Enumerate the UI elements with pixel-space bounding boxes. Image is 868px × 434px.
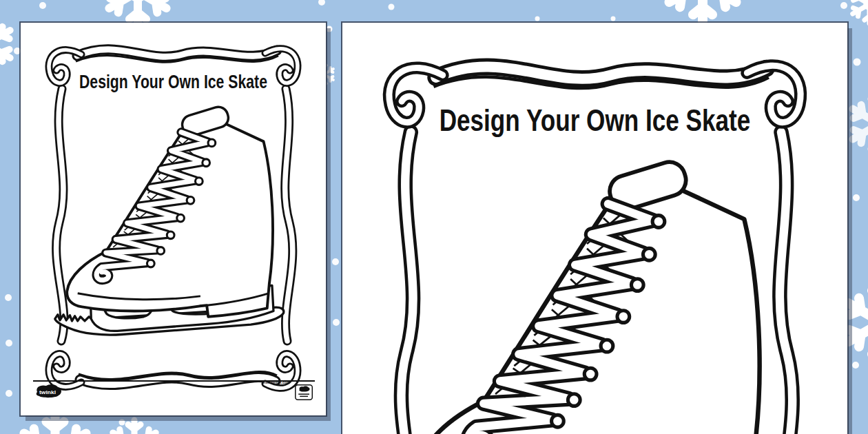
resource-preview-canvas: { "background": { "color": "#a2c3e5", "d… [0,0,868,434]
worksheet-page-full-preview [21,23,326,415]
worksheet-page-art [33,49,315,400]
worksheet-page-zoomed-preview [342,23,847,434]
worksheet-page-art [363,65,829,434]
